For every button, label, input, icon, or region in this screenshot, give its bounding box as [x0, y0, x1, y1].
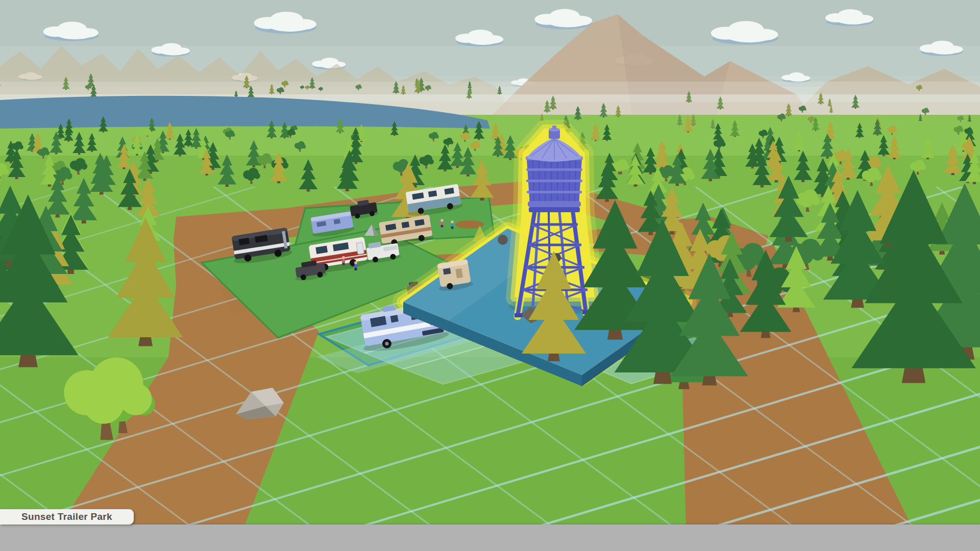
bottom-bar: 8:51 am Wednesday 19,150 [0, 524, 980, 551]
game-viewport: Sunset Trailer Park 8:51 am Wednesday [0, 0, 980, 551]
world-view[interactable] [0, 0, 980, 551]
park-name-tab[interactable]: Sunset Trailer Park [0, 509, 134, 524]
park-name-label: Sunset Trailer Park [21, 511, 112, 522]
